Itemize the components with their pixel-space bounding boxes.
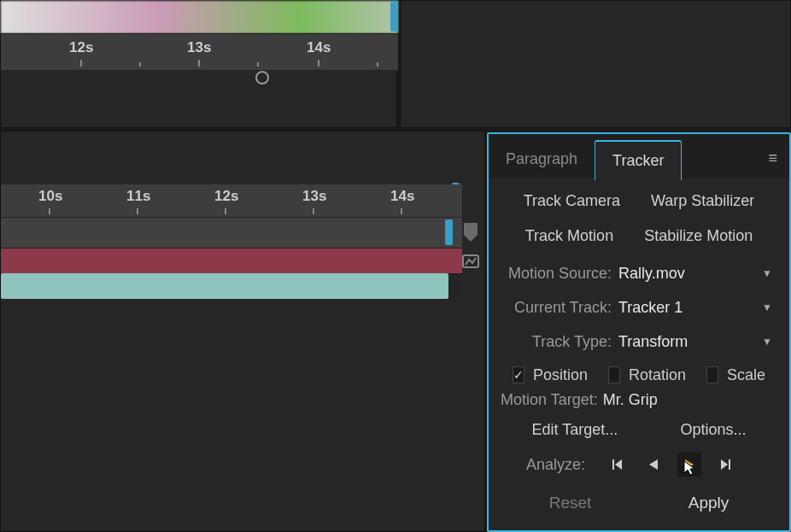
motion-target-label: Motion Target: (501, 391, 598, 409)
layer-bar-1[interactable] (1, 248, 462, 273)
svg-rect-2 (729, 459, 730, 470)
motion-source-dropdown[interactable]: Rally.mov (618, 265, 762, 283)
stabilize-motion-button[interactable]: Stabilize Motion (637, 224, 759, 248)
tab-tracker[interactable]: Tracker (595, 140, 682, 180)
chevron-down-icon[interactable]: ▼ (762, 301, 772, 313)
analyze-back-button[interactable] (642, 453, 665, 476)
track-motion-button[interactable]: Track Motion (519, 224, 620, 248)
ruler-mark (139, 62, 141, 67)
edit-target-button[interactable]: Edit Target... (532, 421, 618, 439)
options-button[interactable]: Options... (680, 421, 746, 439)
ruler-mark (313, 208, 314, 214)
time-indicator-icon[interactable] (255, 71, 269, 85)
position-label: Position (533, 366, 588, 384)
scale-checkbox[interactable] (706, 366, 718, 383)
empty-panel (400, 0, 791, 128)
ruler-mark (137, 208, 138, 214)
ruler-mark (377, 62, 378, 67)
svg-rect-1 (612, 459, 614, 470)
motion-source-label: Motion Source: (501, 265, 618, 283)
ruler-mark (49, 208, 50, 214)
ruler-mark (198, 60, 200, 67)
analyze-forward-button[interactable] (677, 453, 701, 476)
ruler-tick: 12s (214, 188, 238, 205)
chevron-down-icon[interactable]: ▼ (762, 267, 772, 279)
track-type-label: Track Type: (501, 333, 618, 351)
position-checkbox[interactable]: ✓ (513, 366, 524, 383)
ruler-mark (401, 208, 402, 214)
ruler-tick: 13s (187, 39, 211, 56)
ruler-tick: 11s (126, 188, 150, 205)
ruler-mark (225, 208, 226, 214)
timeline-panel: 10s 11s 12s 13s 14s (0, 131, 485, 532)
chevron-down-icon[interactable]: ▼ (762, 336, 772, 348)
preview-framebuffer (1, 1, 398, 33)
ruler-mark (80, 60, 82, 67)
ruler-tick: 14s (307, 39, 331, 56)
analyze-step-forward-button[interactable] (713, 453, 737, 476)
ruler-tick: 12s (69, 39, 93, 56)
rotation-label: Rotation (629, 366, 686, 384)
tracker-panel: Paragraph Tracker ≡ Track Camera Warp St… (487, 132, 791, 532)
ruler-tick: 10s (38, 188, 62, 205)
marker-icon[interactable] (460, 219, 481, 243)
current-track-label: Current Track: (501, 299, 618, 317)
tab-paragraph[interactable]: Paragraph (489, 140, 595, 178)
tracker-body: Track Camera Warp Stabilizer Track Motio… (489, 178, 789, 528)
motion-target-value: Mr. Grip (603, 391, 658, 409)
ruler-mark (318, 60, 319, 67)
track-camera-button[interactable]: Track Camera (517, 189, 627, 213)
work-area-bar[interactable] (1, 217, 462, 248)
panel-menu-icon[interactable]: ≡ (768, 149, 777, 167)
analyze-step-back-button[interactable] (606, 453, 630, 476)
work-area-end-handle[interactable] (390, 1, 398, 32)
analyze-label: Analyze: (526, 456, 585, 474)
preview-panel: 12s 13s 14s (0, 0, 397, 128)
preview-ruler[interactable]: 12s 13s 14s (1, 33, 398, 71)
link-icon[interactable] (460, 251, 481, 272)
timeline-ruler[interactable]: 10s 11s 12s 13s 14s (1, 184, 462, 217)
reset-button[interactable]: Reset (525, 488, 616, 517)
ruler-mark (257, 62, 259, 67)
ruler-tick: 14s (390, 188, 414, 205)
scale-label: Scale (727, 366, 765, 384)
work-area-handle[interactable] (445, 219, 453, 245)
ruler-tick: 13s (302, 188, 326, 205)
track-type-dropdown[interactable]: Transform (618, 333, 762, 351)
layer-bar-2[interactable] (1, 273, 448, 299)
panel-tabs: Paragraph Tracker ≡ (489, 134, 789, 178)
current-track-dropdown[interactable]: Tracker 1 (618, 299, 762, 317)
apply-button[interactable]: Apply (665, 488, 753, 517)
rotation-checkbox[interactable] (608, 366, 620, 383)
warp-stabilizer-button[interactable]: Warp Stabilizer (644, 189, 761, 213)
